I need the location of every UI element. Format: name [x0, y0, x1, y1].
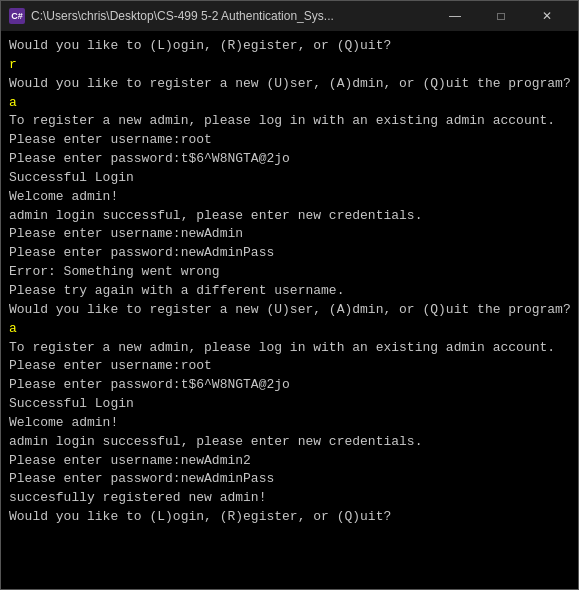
console-line: Please enter password:t$6^W8NGTA@2jo	[9, 150, 570, 169]
console-line: Would you like to (L)ogin, (R)egister, o…	[9, 37, 570, 56]
console-line: Would you like to (L)ogin, (R)egister, o…	[9, 508, 570, 527]
console-line: a	[9, 320, 570, 339]
console-line: Please enter password:t$6^W8NGTA@2jo	[9, 376, 570, 395]
console-line: Would you like to register a new (U)ser,…	[9, 301, 570, 320]
app-icon-text: C#	[11, 11, 23, 21]
console-line: Please enter username:root	[9, 131, 570, 150]
console-line: Please enter password:newAdminPass	[9, 470, 570, 489]
app-icon: C#	[9, 8, 25, 24]
console-line: To register a new admin, please log in w…	[9, 112, 570, 131]
console-line: To register a new admin, please log in w…	[9, 339, 570, 358]
maximize-button[interactable]: □	[478, 1, 524, 31]
close-button[interactable]: ✕	[524, 1, 570, 31]
console-line: Welcome admin!	[9, 414, 570, 433]
console-line: Successful Login	[9, 395, 570, 414]
console-output: Would you like to (L)ogin, (R)egister, o…	[1, 31, 578, 589]
console-line: Successful Login	[9, 169, 570, 188]
console-line: a	[9, 94, 570, 113]
console-line: admin login successful, please enter new…	[9, 207, 570, 226]
console-line: Welcome admin!	[9, 188, 570, 207]
console-line: Please enter username:root	[9, 357, 570, 376]
console-line: admin login successful, please enter new…	[9, 433, 570, 452]
console-line: Please try again with a different userna…	[9, 282, 570, 301]
window-title: C:\Users\chris\Desktop\CS-499 5-2 Authen…	[31, 9, 424, 23]
console-line: succesfully registered new admin!	[9, 489, 570, 508]
console-line: Please enter username:newAdmin	[9, 225, 570, 244]
console-line: Error: Something went wrong	[9, 263, 570, 282]
window: C# C:\Users\chris\Desktop\CS-499 5-2 Aut…	[0, 0, 579, 590]
console-line: Please enter password:newAdminPass	[9, 244, 570, 263]
window-controls: — □ ✕	[432, 1, 570, 31]
titlebar: C# C:\Users\chris\Desktop\CS-499 5-2 Aut…	[1, 1, 578, 31]
console-line: Would you like to register a new (U)ser,…	[9, 75, 570, 94]
minimize-button[interactable]: —	[432, 1, 478, 31]
console-line: r	[9, 56, 570, 75]
console-line: Please enter username:newAdmin2	[9, 452, 570, 471]
